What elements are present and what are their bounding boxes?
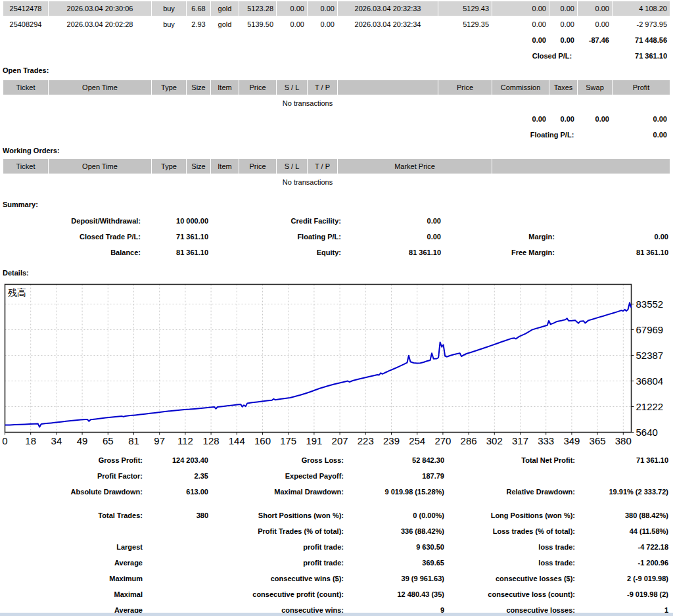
statement-report-page: { "colors": { "header_bg": "#c3c3c3", "r… [0,0,673,616]
x-tick-label: 175 [280,435,296,446]
detail-value: 0 (0.00%) [346,508,446,523]
cell-tp: 0.00 [308,17,337,32]
table-row: Total Trades: 380 Short Positions (won %… [3,508,670,523]
cell-item: gold [211,17,239,32]
section-heading-details: Details: [3,268,673,277]
table-row: 25408294 2026.03.04 20:02:28 buy 2.93 go… [3,17,670,32]
detail-value: 39 (9 961.63) [346,571,446,586]
col-header-tp: T / P [308,159,337,174]
x-tick-label: 18 [25,435,36,446]
col-header-price: Price [239,80,276,95]
spacer-row [3,500,670,508]
cell-profit: 4 108.20 [613,1,670,16]
x-tick-label: 317 [512,435,528,446]
detail-value: 124 203.40 [145,452,210,468]
y-tick-label: 67969 [636,324,664,335]
floating-pl-row: Floating P/L: 0.00 [3,128,670,142]
x-tick-label: 191 [306,435,322,446]
cell-price: 5139.50 [239,17,276,32]
x-tick-label: 302 [486,435,503,446]
summary-label: Margin: [443,229,556,245]
x-tick-label: 112 [177,435,193,446]
cell-close-time: 2026.03.04 20:32:33 [338,1,438,16]
no-transactions-text: No transactions [3,175,612,189]
total-profit: 0.00 [613,112,670,126]
detail-label: Maximal [3,586,144,602]
x-tick-label: 207 [332,435,348,446]
working-orders-table: Ticket Open Time Type Size Item Price S … [3,158,670,191]
detail-label: consecutive losses ($): [446,571,576,586]
detail-value: 52 842.30 [346,452,446,468]
table-row: Profit Trades (% of total): 336 (88.42%)… [3,523,670,539]
col-header-type: Type [152,159,186,174]
x-tick-label: 0 [2,435,7,446]
open-trades-table: Ticket Open Time Type Size Item Price S … [3,79,670,143]
cell-swap: 0.00 [578,1,612,16]
detail-value: 44 (11.58%) [577,523,670,539]
col-header-swap: Swap [578,80,612,95]
cell-commission: 0.00 [492,1,549,16]
x-tick-label: 254 [409,435,425,446]
balance-chart: 0183449658197112128144160175191207223239… [2,283,670,448]
detail-value: 71 361.10 [577,452,670,468]
detail-label: Gross Profit: [3,452,144,468]
detail-label: Total Net Profit: [446,452,576,468]
cell-size: 2.93 [187,17,210,32]
y-tick-label: 83552 [636,298,664,310]
col-header-profit: Profit [613,80,670,95]
detail-value: 9 630.50 [346,539,446,555]
detail-value: 12 480.43 (35) [346,586,446,602]
section-heading-open-trades: Open Trades: [3,66,673,75]
totals-row: 0.00 0.00 0.00 0.00 [3,112,670,126]
plot-border [5,285,632,433]
cell-size: 6.68 [187,1,210,16]
cell-sl: 0.00 [277,1,307,16]
detail-value [145,586,210,602]
cell-close-price: 5129.35 [438,17,492,32]
floating-pl-value: 0.00 [613,128,670,142]
col-header-commission: Commission [492,80,549,95]
detail-label: Loss trades (% of total): [446,523,576,539]
detail-label [446,468,576,484]
table-row: Maximum consecutive wins ($): 39 (9 961.… [3,571,670,586]
detail-value [145,571,210,586]
section-heading-summary: Summary: [3,200,673,209]
detail-value: -9 019.98 (2) [577,586,670,602]
cell-ticket: 25412478 [3,1,48,16]
detail-label: consecutive loss (count): [446,586,576,602]
closed-trades-table: 25412478 2026.03.04 20:30:06 buy 6.68 go… [3,0,670,64]
total-commission: 0.00 [492,33,549,47]
col-header-ticket: Ticket [3,159,48,174]
y-tick-label: 52387 [636,350,664,361]
col-header-tp: T / P [308,80,337,95]
closed-pl-label: Closed P/L: [492,49,612,63]
col-header-price: Price [239,159,276,174]
table-row: Largest profit trade: 9 630.50 loss trad… [3,539,670,555]
x-tick-label: 365 [590,435,606,446]
summary-label [443,213,556,229]
cell-taxes: 0.00 [549,17,577,32]
cell-item: gold [211,1,239,16]
summary-value: 81 361.10 [143,245,210,260]
balance-line [5,303,632,427]
col-header-size: Size [187,159,210,174]
detail-value: -4 722.18 [577,539,670,555]
no-transactions-row: No transactions [3,96,670,110]
x-tick-label: 160 [254,435,271,446]
summary-label: Equity: [210,245,342,260]
summary-label: Floating P/L: [210,229,342,245]
summary-label: Credit Facility: [210,213,342,229]
table-row: Maximal consecutive profit (count): 12 4… [3,586,670,602]
col-header-type: Type [152,80,186,95]
cell-ticket: 25408294 [3,17,48,32]
cell-open-time: 2026.03.04 20:02:28 [49,17,151,32]
detail-value: 369.65 [346,555,446,571]
y-tick-label: 21222 [636,401,664,412]
cell-tp: 0.00 [308,1,337,16]
detail-label: Long Positions (won %): [446,508,576,523]
summary-value: 0.00 [343,229,442,245]
detail-label: Short Positions (won %): [210,508,345,523]
x-tick-label: 49 [77,435,88,446]
detail-label: Maximal Drawdown: [210,484,345,500]
no-transactions-text: No transactions [3,96,612,110]
